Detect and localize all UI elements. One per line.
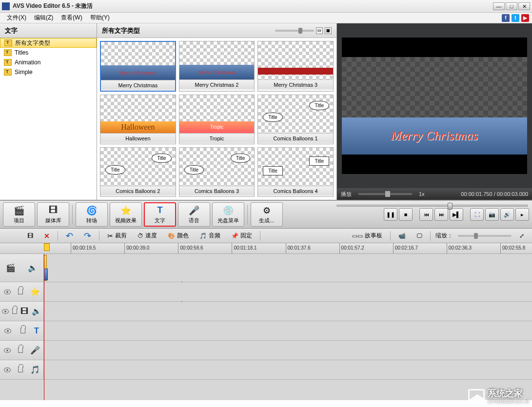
disc-icon: 💿 <box>222 205 234 216</box>
lock-icon[interactable] <box>18 289 23 294</box>
timeline-ruler[interactable]: 00:00:19.500:00:39.000:00:58.600:01:18.1… <box>0 243 532 254</box>
category-item[interactable]: Titles <box>0 48 97 58</box>
redo-button[interactable]: ↷ <box>81 229 94 243</box>
asset-item[interactable]: TropicTropic <box>179 95 255 144</box>
menu-file[interactable]: 文件(X) <box>3 13 30 23</box>
timeline-delete-button[interactable]: ✕ <box>41 231 53 241</box>
facebook-icon[interactable]: f <box>502 14 510 22</box>
playhead-flag-icon[interactable] <box>44 243 50 251</box>
asset-item[interactable]: TitleTitleComics Balloons 3 <box>179 147 255 197</box>
tool-project[interactable]: 🎬项目 <box>3 202 35 227</box>
asset-item[interactable]: TitleTitleComics Balloons 4 <box>257 147 334 197</box>
stabilize-button[interactable]: 📌固定 <box>228 230 255 241</box>
preview-speed-slider[interactable] <box>358 193 412 195</box>
eye-icon[interactable] <box>4 329 11 333</box>
preview-video[interactable]: Merry Christmas <box>342 38 527 174</box>
fullscreen-button[interactable]: ⛶ <box>470 208 484 221</box>
preview-position: 00:00:01.750 <box>461 191 492 197</box>
asset-view-list-button[interactable]: ▭ <box>316 27 323 34</box>
storyboard-button[interactable]: ▭▭故事板 <box>349 230 385 241</box>
asset-item[interactable]: HalloweenHalloween <box>100 95 176 144</box>
note-icon: 🎵 <box>30 365 40 374</box>
overlay-track-body[interactable] <box>44 302 532 321</box>
menu-view[interactable]: 查看(W) <box>57 13 86 23</box>
stop-button[interactable]: ■ <box>399 208 413 221</box>
youtube-icon[interactable]: ▶ <box>521 14 529 22</box>
twitter-icon[interactable]: t <box>512 14 519 22</box>
asset-item[interactable]: TitleTitleComics Balloons 2 <box>100 147 176 197</box>
color-button[interactable]: 🎨颜色 <box>165 230 192 241</box>
folder-t-icon <box>4 39 12 46</box>
settings-button[interactable]: ▸ <box>515 208 529 221</box>
volume-button[interactable]: 🔊 <box>500 208 514 221</box>
snapshot-button[interactable]: 📷 <box>485 208 499 221</box>
eye-icon[interactable] <box>4 290 11 294</box>
asset-label: Comics Balloons 1 <box>258 133 333 143</box>
play-range-button[interactable]: ▶▌ <box>450 208 463 221</box>
tool-produce[interactable]: ⚙生成... <box>251 202 283 227</box>
playhead-line[interactable] <box>44 254 44 400</box>
audio-track-body[interactable] <box>44 360 532 379</box>
tool-voice[interactable]: 🎤语音 <box>178 202 210 227</box>
asset-zoom-slider[interactable] <box>275 30 314 32</box>
fx-track-body[interactable] <box>44 282 532 301</box>
undo-button[interactable]: ↶ <box>63 229 76 243</box>
asset-item[interactable]: TitleTitleComics Balloons 1 <box>257 95 334 144</box>
screen-button[interactable]: 🖵 <box>414 231 425 241</box>
next-frame-button[interactable]: ⏭ <box>434 208 448 221</box>
eye-icon[interactable] <box>4 348 11 353</box>
crop-button[interactable]: ✂裁剪 <box>104 230 130 241</box>
lock-icon[interactable] <box>20 328 25 333</box>
asset-thumbnail: Merry Christmas <box>101 42 175 80</box>
minimize-button[interactable]: — <box>493 2 505 10</box>
category-item-label: Simple <box>15 69 33 76</box>
speaker-icon: 🔈 <box>28 263 38 272</box>
lock-icon[interactable] <box>12 309 17 314</box>
webcam-button[interactable]: 📹 <box>395 231 409 241</box>
asset-label: Comics Balloons 3 <box>179 186 255 195</box>
asset-view-grid-button[interactable]: ▦ <box>325 27 332 34</box>
text-track-body[interactable] <box>44 321 532 340</box>
timeline-audio-clip[interactable] <box>44 269 48 280</box>
category-item-label: Titles <box>15 49 28 56</box>
tool-text[interactable]: T文字 <box>144 202 176 227</box>
asset-zoom-control: ▭ ▦ <box>275 27 332 34</box>
tool-disc-menu[interactable]: 💿光盘菜单 <box>212 202 244 227</box>
category-item[interactable]: Simple <box>0 67 97 77</box>
maximize-button[interactable]: □ <box>506 2 517 10</box>
voice-track-body[interactable] <box>44 341 532 360</box>
timeline-add-button[interactable]: 🎞 <box>24 231 36 241</box>
tool-transition[interactable]: 🌀转场 <box>76 202 108 227</box>
pause-button[interactable]: ❚❚ <box>384 208 397 221</box>
menu-edit[interactable]: 编辑(Z) <box>30 13 57 23</box>
preview-overlay-text: Merry Christmas <box>391 129 478 143</box>
category-item[interactable]: Animation <box>0 58 97 67</box>
tool-video-fx[interactable]: ⭐视频效果 <box>110 202 142 227</box>
close-button[interactable]: ✕ <box>518 2 530 10</box>
video-track-body[interactable] <box>44 254 532 282</box>
asset-label: Merry Christmas <box>101 80 175 90</box>
asset-panel-title: 所有文字类型 <box>102 26 140 35</box>
timeline-zoom-slider[interactable] <box>458 235 512 237</box>
category-item[interactable]: 所有文字类型 <box>0 38 97 48</box>
asset-item[interactable]: Merry ChristmasMerry Christmas 2 <box>179 41 255 92</box>
eye-icon[interactable] <box>4 368 11 372</box>
audio-button[interactable]: 🎵音频 <box>197 230 223 241</box>
tool-media-library[interactable]: 🎞媒体库 <box>37 202 69 227</box>
fit-timeline-button[interactable]: ⤢ <box>516 231 527 241</box>
menu-help[interactable]: 帮助(Y) <box>86 13 114 23</box>
asset-item[interactable]: Merry ChristmasMerry Christmas <box>100 41 176 92</box>
eye-icon[interactable] <box>2 309 9 314</box>
prev-frame-button[interactable]: ⏮ <box>419 208 433 221</box>
preview-duration: 00:00:03.000 <box>497 191 528 197</box>
overlay-track: 🎞🔈 <box>0 302 532 321</box>
asset-label: Merry Christmas 3 <box>258 79 333 89</box>
asset-grid: Merry ChristmasMerry ChristmasMerry Chri… <box>97 38 336 200</box>
speed-button[interactable]: ⏱速度 <box>135 230 160 241</box>
speedometer-icon: ⏱ <box>138 233 143 239</box>
asset-label: Tropic <box>179 133 255 143</box>
lock-icon[interactable] <box>18 348 23 353</box>
lock-icon[interactable] <box>18 367 23 372</box>
asset-item[interactable]: Merry Christmas 3 <box>257 41 334 92</box>
preview-seek-bar[interactable] <box>336 205 528 208</box>
